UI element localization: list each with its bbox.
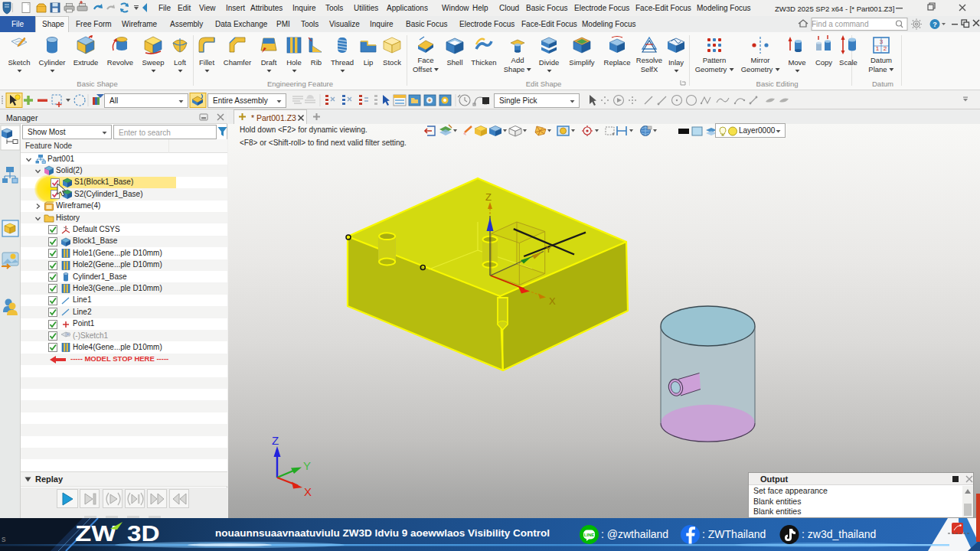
svg-text:X: X (304, 485, 312, 498)
svg-text:Y: Y (545, 243, 552, 255)
svg-text:Y: Y (303, 459, 311, 472)
svg-text:Z: Z (485, 191, 492, 203)
svg-text:X: X (549, 295, 556, 307)
svg-text:Z: Z (272, 434, 279, 447)
svg-text:?: ? (933, 21, 937, 28)
svg-text:LINE: LINE (584, 533, 595, 537)
